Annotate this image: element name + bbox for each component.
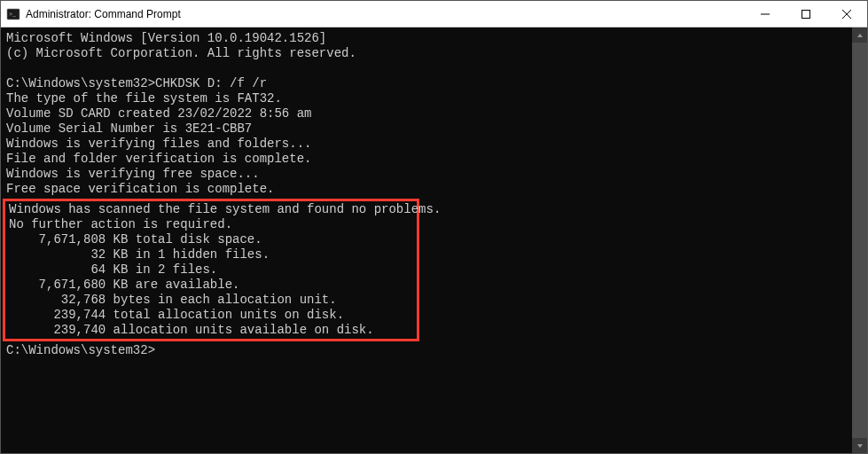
- result-line: 239,740 allocation units available on di…: [9, 323, 413, 338]
- copyright-line: (c) Microsoft Corporation. All rights re…: [6, 46, 847, 61]
- result-line: 7,671,808 KB total disk space.: [9, 232, 413, 247]
- output-line: Windows is verifying free space...: [6, 167, 847, 182]
- scroll-track[interactable]: [852, 43, 867, 438]
- svg-text:>_: >_: [9, 11, 16, 18]
- result-line: 7,671,680 KB are available.: [9, 278, 413, 293]
- result-line: No further action is required.: [9, 217, 413, 232]
- svg-rect-3: [802, 10, 810, 18]
- result-line: 32,768 bytes in each allocation unit.: [9, 293, 413, 308]
- svg-marker-7: [857, 444, 863, 448]
- result-line: 64 KB in 2 files.: [9, 262, 413, 278]
- title-left: >_ Administrator: Command Prompt: [1, 7, 745, 21]
- console-wrap: Microsoft Windows [Version 10.0.19042.15…: [1, 27, 867, 453]
- vertical-scrollbar[interactable]: [852, 27, 867, 453]
- output-line: File and folder verification is complete…: [6, 152, 847, 167]
- window-title: Administrator: Command Prompt: [26, 8, 181, 20]
- result-highlight-box: Windows has scanned the file system and …: [3, 199, 419, 341]
- output-line: Windows is verifying files and folders..…: [6, 137, 847, 152]
- result-line: 32 KB in 1 hidden files.: [9, 247, 413, 262]
- close-button[interactable]: [826, 1, 867, 27]
- version-line: Microsoft Windows [Version 10.0.19042.15…: [6, 31, 847, 46]
- console-output[interactable]: Microsoft Windows [Version 10.0.19042.15…: [1, 27, 852, 453]
- prompt-path: C:\Windows\system32>: [6, 76, 155, 90]
- svg-marker-6: [857, 34, 863, 37]
- output-line: Volume SD CARD created 23/02/2022 8:56 a…: [6, 106, 847, 121]
- result-line: 239,744 total allocation units on disk.: [9, 308, 413, 323]
- maximize-button[interactable]: [786, 1, 826, 27]
- scroll-down-icon[interactable]: [852, 438, 867, 453]
- command-text: CHKDSK D: /f /r: [155, 76, 267, 90]
- scroll-up-icon[interactable]: [852, 27, 867, 43]
- blank: [6, 61, 847, 76]
- output-line: Volume Serial Number is 3E21-CBB7: [6, 121, 847, 137]
- cmd-icon: >_: [6, 7, 20, 21]
- prompt-line: C:\Windows\system32>CHKDSK D: /f /r: [6, 76, 847, 91]
- titlebar[interactable]: >_ Administrator: Command Prompt: [1, 1, 867, 27]
- scroll-thumb[interactable]: [852, 43, 867, 438]
- result-line: Windows has scanned the file system and …: [9, 202, 413, 217]
- output-line: Free space verification is complete.: [6, 182, 847, 197]
- output-line: The type of the file system is FAT32.: [6, 91, 847, 106]
- minimize-button[interactable]: [745, 1, 786, 27]
- window-controls: [745, 1, 867, 27]
- prompt-line-2[interactable]: C:\Windows\system32>: [6, 343, 847, 358]
- command-prompt-window: >_ Administrator: Command Prompt Microso…: [0, 0, 868, 454]
